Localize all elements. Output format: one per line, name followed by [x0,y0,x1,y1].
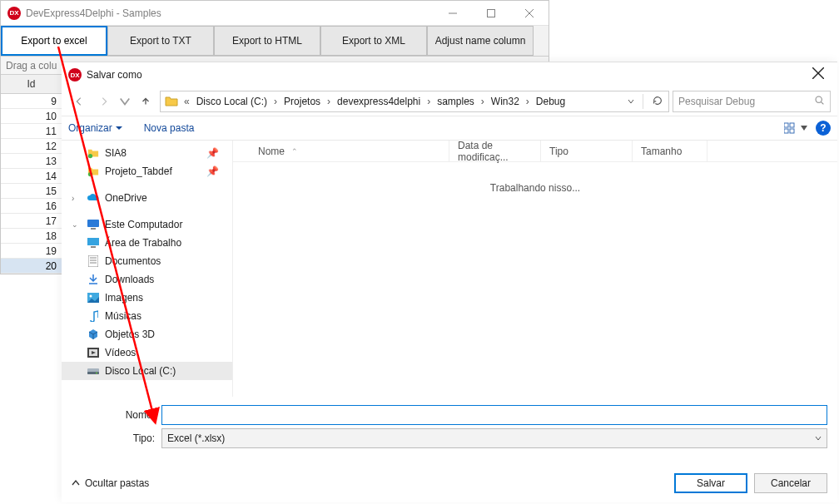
tree-label: Objetos 3D [105,329,155,340]
cancel-button[interactable]: Cancelar [754,473,827,493]
tree-item-desktop[interactable]: Área de Trabalho [62,234,232,252]
file-area: Nome ⌃ Data de modificaç... Tipo Tamanho… [233,141,837,397]
cell-id: 16 [1,199,62,213]
dialog-close-button[interactable] [806,64,831,86]
nav-history-dropdown[interactable] [118,91,132,112]
refresh-button[interactable] [647,95,668,109]
cell-id: 18 [1,229,62,243]
breadcrumb-item[interactable]: samples [432,91,479,111]
cell-id: 10 [1,109,62,123]
svg-line-7 [822,102,824,105]
organize-button[interactable]: Organizar [68,122,122,134]
folder-shortcut-icon [87,146,100,160]
breadcrumb-item[interactable]: Projetos [279,91,325,111]
export-html-button[interactable]: Export to HTML [214,26,320,56]
dialog-actions: Ocultar pastas Salvar Cancelar [62,462,837,493]
svg-rect-8 [784,123,788,127]
column-date[interactable]: Data de modificaç... [449,141,541,161]
tree-item-onedrive[interactable]: › OneDrive [62,189,232,207]
svg-rect-14 [87,220,99,227]
downloads-icon [87,273,100,286]
chevron-right-icon[interactable]: › [479,96,486,107]
tree-item-tabdef[interactable]: Projeto_Tabdef 📌 [62,162,232,180]
folder-shortcut-icon [87,165,100,178]
tree-item-3d[interactable]: Objetos 3D [62,325,232,343]
nav-forward-button[interactable] [93,91,115,112]
export-xml-button[interactable]: Export to XML [320,26,427,56]
adjust-column-button[interactable]: Adjust name column [427,26,534,56]
maximize-button[interactable] [472,1,510,26]
nav-up-button[interactable] [135,91,156,112]
tree-label: Músicas [105,310,141,322]
svg-rect-18 [88,255,98,267]
breadcrumb-item[interactable]: devexpress4delphi [332,91,425,111]
images-icon [87,291,100,304]
tree-label: Este Computador [105,219,182,230]
column-type[interactable]: Tipo [541,141,633,161]
cell-id: 17 [1,214,62,228]
nav-back-button[interactable] [68,91,90,112]
dialog-toolbar: Organizar Nova pasta ? [62,116,837,141]
breadcrumb-item[interactable]: Debug [531,91,570,111]
export-txt-button[interactable]: Export to TXT [107,26,214,56]
filename-input[interactable] [161,405,827,425]
cell-id: 9 [1,94,62,108]
tree-label: Downloads [105,274,154,285]
cell-id: 11 [1,124,62,138]
cell-id: 13 [1,154,62,168]
chevron-right-icon[interactable]: › [425,96,432,107]
cell-id: 15 [1,184,62,198]
new-folder-button[interactable]: Nova pasta [144,122,195,134]
tree-item-sia8[interactable]: SIA8 📌 [62,144,232,162]
svg-point-29 [96,373,97,374]
svg-point-13 [88,172,92,176]
dialog-nav-row: « Disco Local (C:) › Projetos › devexpre… [62,87,837,116]
dialog-icon: DX [68,68,82,82]
address-dropdown-icon[interactable] [623,96,639,107]
tree-label: Projeto_Tabdef [105,166,172,177]
tree-item-images[interactable]: Imagens [62,289,232,307]
help-button[interactable]: ? [816,121,831,136]
svg-point-24 [90,295,92,298]
tree-item-local-c[interactable]: Disco Local (C:) [62,362,232,380]
tree-item-documents[interactable]: Documentos [62,252,232,270]
breadcrumb-item[interactable]: Disco Local (C:) [191,91,272,111]
view-mode-button[interactable] [784,122,807,134]
save-as-dialog: DX Salvar como « [62,62,837,502]
chevron-left-icon[interactable]: « [182,96,191,107]
tree-label: SIA8 [105,147,127,159]
svg-point-12 [88,154,92,158]
tree-item-videos[interactable]: Vídeos [62,343,232,362]
tree-label: Área de Trabalho [105,237,181,249]
chevron-right-icon[interactable]: › [524,96,531,107]
svg-rect-17 [91,246,96,248]
filetype-combo[interactable]: Excel (*.xlsx) [161,428,827,448]
column-size[interactable]: Tamanho [633,141,707,161]
export-excel-button[interactable]: Export to excel [1,26,107,56]
chevron-right-icon[interactable]: › [325,96,332,107]
cloud-icon [87,191,100,205]
tree-label: Disco Local (C:) [105,365,176,377]
organize-label: Organizar [68,122,112,134]
address-bar[interactable]: « Disco Local (C:) › Projetos › devexpre… [160,91,669,112]
hide-folders-button[interactable]: Ocultar pastas [72,477,149,489]
toolbar: Export to excel Export to TXT Export to … [1,26,549,57]
column-header-id[interactable]: Id [1,75,62,93]
search-icon [814,95,825,108]
minimize-button[interactable] [434,1,472,26]
computer-icon [87,218,100,231]
svg-rect-16 [87,238,99,245]
tree-item-computer[interactable]: ⌄ Este Computador [62,215,232,234]
close-button[interactable] [510,1,549,26]
drive-icon [87,364,100,378]
search-input[interactable]: Pesquisar Debug [673,91,831,112]
save-button[interactable]: Salvar [674,473,747,493]
documents-icon [87,254,100,268]
tree-item-music[interactable]: Músicas [62,307,232,325]
pin-icon: 📌 [206,147,232,159]
column-name[interactable]: Nome ⌃ [250,141,449,161]
tree-item-downloads[interactable]: Downloads [62,270,232,289]
breadcrumb-item[interactable]: Win32 [486,91,524,111]
svg-rect-9 [790,123,794,127]
chevron-right-icon[interactable]: › [272,96,279,107]
